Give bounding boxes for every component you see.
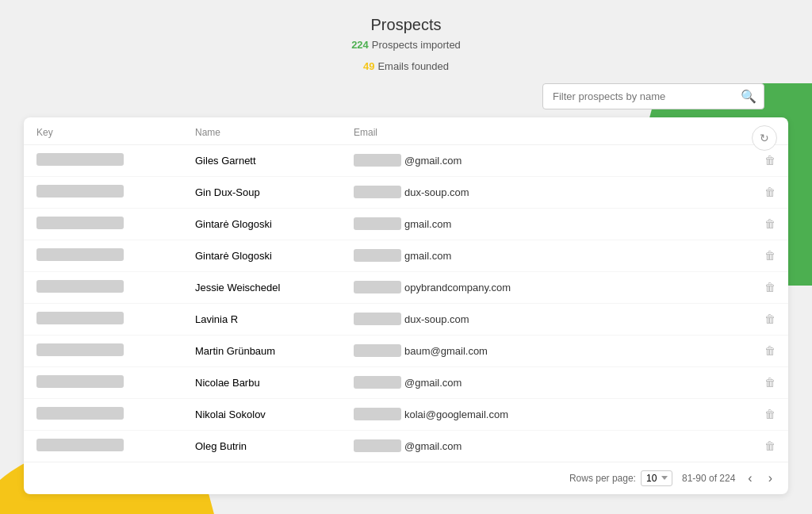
email-prefix-placeholder (354, 249, 401, 262)
next-page-button[interactable]: › (765, 470, 776, 486)
cell-delete[interactable]: 🗑 (752, 240, 788, 271)
table-row: Jessie Weischedelopybrandcompany.com🗑 (24, 271, 788, 303)
email-prefix-placeholder (354, 154, 401, 167)
email-suffix: dux-soup.com (404, 186, 469, 198)
delete-icon[interactable]: 🗑 (764, 408, 776, 420)
cell-delete[interactable]: 🗑 (752, 271, 788, 303)
email-suffix: opybrandcompany.com (404, 282, 511, 293)
cell-key (24, 366, 182, 398)
table-row: Nicolae Barbu@gmail.com🗑 (24, 366, 788, 398)
cell-email: @gmail.com (341, 366, 752, 398)
page-info: 81-90 of 224 (682, 473, 735, 484)
search-icon: 🔍 (741, 89, 756, 104)
email-prefix-placeholder (354, 281, 401, 293)
email-suffix: @gmail.com (404, 155, 462, 167)
table-row: Nikolai Sokolovkolai@googlemail.com🗑 (24, 398, 788, 430)
email-suffix: gmail.com (404, 218, 451, 230)
prospects-label: Prospects imported (372, 37, 461, 54)
email-prefix-placeholder (354, 217, 401, 230)
col-email: Email (341, 117, 752, 145)
email-prefix-placeholder (354, 376, 401, 389)
cell-email: @gmail.com (341, 430, 752, 462)
delete-icon[interactable]: 🗑 (764, 281, 776, 293)
cell-delete[interactable]: 🗑 (752, 366, 788, 398)
table-row: Gintarė Glogoskigmail.com🗑 (24, 208, 788, 240)
refresh-icon: ↻ (760, 132, 769, 144)
email-suffix: @gmail.com (404, 377, 462, 389)
refresh-button[interactable]: ↻ (752, 125, 777, 151)
cell-name: Martin Grünbaum (182, 335, 341, 366)
cell-email: gmail.com (341, 208, 752, 240)
delete-icon[interactable]: 🗑 (764, 249, 776, 262)
table-row: Martin Grünbaumbaum@gmail.com🗑 (24, 335, 788, 366)
table-row: Lavinia Rdux-soup.com🗑 (24, 303, 788, 335)
cell-key (24, 335, 182, 366)
cell-delete[interactable]: 🗑 (752, 208, 788, 240)
delete-icon[interactable]: 🗑 (764, 217, 776, 230)
email-suffix: baum@gmail.com (404, 345, 488, 357)
pagination: Rows per page: 10 5 25 50 81-90 of 224 ‹… (24, 462, 788, 494)
header-stats: 224 Prospects imported 49 Emails founded (0, 37, 812, 75)
delete-icon[interactable]: 🗑 (764, 439, 776, 452)
cell-key (24, 240, 182, 271)
cell-email: baum@gmail.com (341, 335, 752, 366)
cell-delete[interactable]: 🗑 (752, 335, 788, 366)
table-row: Giles Garnett@gmail.com🗑 (24, 144, 788, 176)
delete-icon[interactable]: 🗑 (764, 186, 776, 198)
table-row: Gin Dux-Soupdux-soup.com🗑 (24, 176, 788, 208)
search-input[interactable] (542, 83, 764, 109)
cell-email: opybrandcompany.com (341, 271, 752, 303)
rows-per-page-container: Rows per page: 10 5 25 50 (569, 470, 672, 486)
prospects-table: Key Name Email Giles Garnett@gmail.com🗑G… (24, 117, 788, 462)
col-name: Name (182, 117, 341, 145)
cell-name: Gintarė Glogoski (182, 240, 341, 271)
prospects-count: 224 (351, 37, 369, 54)
cell-name: Oleg Butrin (182, 430, 341, 462)
emails-stat: 49 Emails founded (363, 59, 449, 75)
cell-key (24, 303, 182, 335)
rows-per-page-select[interactable]: 10 5 25 50 (641, 470, 672, 486)
cell-key (24, 271, 182, 303)
email-prefix-placeholder (354, 186, 401, 198)
green-shape-right (788, 127, 812, 286)
cell-email: dux-soup.com (341, 303, 752, 335)
cell-delete[interactable]: 🗑 (752, 398, 788, 430)
table-container: ↻ Key Name Email Giles Garnett@gmail.com… (24, 117, 788, 494)
key-placeholder (36, 439, 124, 451)
cell-key (24, 430, 182, 462)
table-header-row: Key Name Email (24, 117, 788, 145)
key-placeholder (36, 375, 124, 388)
cell-delete[interactable]: 🗑 (752, 430, 788, 462)
delete-icon[interactable]: 🗑 (764, 376, 776, 389)
cell-email: gmail.com (341, 240, 752, 271)
emails-count: 49 (363, 59, 374, 75)
cell-delete[interactable]: 🗑 (752, 176, 788, 208)
prev-page-button[interactable]: ‹ (745, 470, 755, 486)
cell-key (24, 208, 182, 240)
table-row: Gintarė Glogoskigmail.com🗑 (24, 240, 788, 271)
col-key: Key (24, 117, 182, 145)
cell-name: Jessie Weischedel (182, 271, 341, 303)
delete-icon[interactable]: 🗑 (764, 154, 776, 167)
key-placeholder (36, 280, 124, 293)
email-suffix: @gmail.com (404, 440, 462, 452)
delete-icon[interactable]: 🗑 (764, 313, 776, 325)
email-prefix-placeholder (354, 344, 401, 357)
email-prefix-placeholder (354, 313, 401, 325)
search-container: 🔍 (542, 83, 764, 109)
cell-email: kolai@googlemail.com (341, 398, 752, 430)
key-placeholder (36, 185, 124, 198)
prospects-stat: 224 Prospects imported (351, 37, 461, 54)
cell-name: Giles Garnett (182, 144, 341, 176)
cell-name: Nicolae Barbu (182, 366, 341, 398)
rows-per-page-label: Rows per page: (569, 473, 636, 484)
cell-name: Lavinia R (182, 303, 341, 335)
cell-name: Nikolai Sokolov (182, 398, 341, 430)
delete-icon[interactable]: 🗑 (764, 344, 776, 357)
page-header: Prospects 224 Prospects imported 49 Emai… (0, 0, 812, 83)
toolbar-row: 🔍 (0, 83, 812, 117)
cell-delete[interactable]: 🗑 (752, 303, 788, 335)
key-placeholder (36, 407, 124, 420)
page-title: Prospects (0, 16, 812, 34)
cell-name: Gin Dux-Soup (182, 176, 341, 208)
